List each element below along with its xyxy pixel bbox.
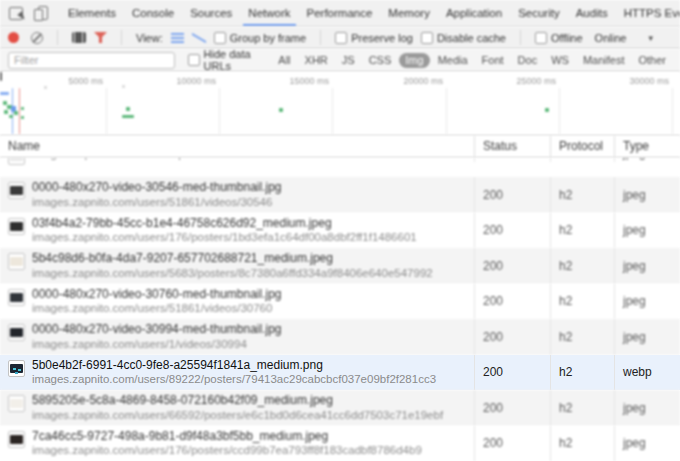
- inspect-element-icon[interactable]: [9, 7, 23, 20]
- resource-type-filter[interactable]: Manifest: [577, 53, 631, 68]
- column-header-type[interactable]: Type: [614, 136, 680, 158]
- divider: [320, 30, 321, 45]
- panel-tab-label: HTTPS Everywhere: [624, 7, 680, 19]
- timeline-gridline: [446, 88, 447, 134]
- panel-tab[interactable]: Sources: [182, 0, 240, 26]
- resource-type-filter[interactable]: CSS: [363, 53, 398, 68]
- resource-type-filter[interactable]: All: [272, 53, 296, 68]
- file-thumbnail: [8, 395, 25, 412]
- checkbox-icon[interactable]: [335, 32, 347, 44]
- throttling-select[interactable]: Online: [595, 32, 627, 44]
- table-row[interactable]: 7ca46cc5-9727-498a-9b81-d9f48a3bf5bb_med…: [0, 426, 680, 461]
- resource-type-filter[interactable]: Font: [476, 53, 510, 68]
- checkbox-icon[interactable]: [188, 54, 200, 66]
- table-row[interactable]: images.zapnito.com/users/1/posters/39ebe…: [0, 158, 680, 177]
- waterfall-overview-icon[interactable]: [192, 33, 206, 43]
- panel-tab-label: Audits: [576, 7, 608, 19]
- disable-cache-label: Disable cache: [437, 32, 506, 44]
- panel-tab[interactable]: HTTPS Everywhere: [616, 0, 680, 26]
- preserve-log-checkbox[interactable]: Preserve log: [335, 32, 413, 44]
- column-header-status[interactable]: Status: [474, 136, 550, 158]
- resource-type-filter-label: Manifest: [583, 54, 625, 66]
- resource-type-filter[interactable]: Img: [399, 53, 429, 68]
- filter-input[interactable]: [8, 52, 175, 69]
- request-name-cell[interactable]: 0000-480x270-video-30760-med-thumbnail.j…: [0, 284, 474, 320]
- file-thumbnail: [8, 253, 25, 270]
- hide-data-urls-checkbox[interactable]: Hide data URLs: [188, 48, 266, 72]
- timeline-tick-label: 5000 ms: [68, 76, 103, 86]
- request-name-cell[interactable]: 5895205e-5c8a-4869-8458-072160b42f09_med…: [0, 390, 474, 426]
- request-status: 200: [474, 158, 550, 162]
- request-name-cell[interactable]: 0000-480x270-video-30546-med-thumbnail.j…: [0, 177, 474, 213]
- request-status: 200: [474, 177, 550, 213]
- table-row[interactable]: 5b0e4b2f-6991-4cc0-9fe8-a25594f1841a_med…: [0, 355, 680, 391]
- offline-checkbox[interactable]: Offline: [535, 32, 583, 44]
- timeline-request-mark: [279, 108, 283, 112]
- request-name-cell[interactable]: images.zapnito.com/users/1/posters/39ebe…: [0, 158, 474, 162]
- resource-type-filter[interactable]: Media: [432, 53, 474, 68]
- table-row[interactable]: 03f4b4a2-79bb-45cc-b1e4-46758c626d92_med…: [0, 213, 680, 249]
- filter-funnel-icon[interactable]: [94, 32, 107, 43]
- record-icon[interactable]: [8, 32, 19, 43]
- request-status: 200: [474, 390, 550, 426]
- checkbox-icon[interactable]: [535, 32, 547, 44]
- request-name-cell[interactable]: 5b4c98d6-b0fa-4da7-9207-657702688721_med…: [0, 248, 474, 284]
- group-by-frame-checkbox[interactable]: Group by frame: [214, 32, 306, 44]
- timeline-request-mark: [19, 88, 20, 134]
- table-row[interactable]: 0000-480x270-video-30760-med-thumbnail.j…: [0, 284, 680, 320]
- table-row[interactable]: 5b4c98d6-b0fa-4da7-9207-657702688721_med…: [0, 248, 680, 284]
- resource-type-filter-label: Media: [438, 54, 468, 66]
- column-header-protocol[interactable]: Protocol: [550, 136, 614, 158]
- chevron-down-icon[interactable]: ▾: [648, 33, 653, 43]
- panel-tab[interactable]: Audits: [568, 0, 616, 26]
- panel-tab[interactable]: Memory: [380, 0, 438, 26]
- request-url: images.zapnito.com/users/66592/posters/e…: [32, 409, 474, 422]
- request-url: images.zapnito.com/users/89222/posters/7…: [32, 373, 474, 386]
- request-status: 200: [474, 426, 550, 461]
- table-row[interactable]: 0000-480x270-video-30994-med-thumbnail.j…: [0, 319, 680, 355]
- devtools-network-panel: Elements Console Sources Network Perform…: [0, 0, 680, 461]
- network-toolbar: View: Group by frame Preserve log Disabl…: [0, 27, 680, 49]
- request-name-cell[interactable]: 0000-480x270-video-30994-med-thumbnail.j…: [0, 319, 474, 355]
- timeline-request-mark: [0, 72, 2, 81]
- resource-type-filter-label: XHR: [305, 54, 328, 66]
- large-request-rows-icon[interactable]: [171, 33, 184, 43]
- request-name-cell[interactable]: 03f4b4a2-79bb-45cc-b1e4-46758c626d92_med…: [0, 213, 474, 249]
- resource-type-filter[interactable]: Other: [632, 53, 672, 68]
- resource-type-filters: All XHR JS CSS Img Media: [272, 53, 672, 68]
- resource-type-filter[interactable]: JS: [336, 53, 361, 68]
- clear-icon[interactable]: [31, 32, 43, 44]
- panel-tab[interactable]: Console: [124, 0, 182, 26]
- request-name-cell[interactable]: 5b0e4b2f-6991-4cc0-9fe8-a25594f1841a_med…: [0, 355, 474, 391]
- panel-tab[interactable]: Performance: [299, 0, 381, 26]
- resource-type-filter[interactable]: Doc: [512, 53, 544, 68]
- device-toolbar-icon[interactable]: [38, 6, 48, 20]
- checkbox-icon[interactable]: [421, 32, 433, 44]
- column-header-name[interactable]: Name: [0, 136, 474, 158]
- panel-tab[interactable]: Security: [510, 0, 568, 26]
- request-type: jpeg: [614, 319, 680, 355]
- resource-type-filter-label: WS: [551, 54, 569, 66]
- resource-type-filter[interactable]: WS: [545, 53, 575, 68]
- panel-tab[interactable]: Network: [240, 0, 298, 26]
- resource-type-filter-label: Other: [638, 54, 666, 66]
- request-name-cell[interactable]: 7ca46cc5-9727-498a-9b81-d9f48a3bf5bb_med…: [0, 426, 474, 461]
- request-file-name: 03f4b4a2-79bb-45cc-b1e4-46758c626d92_med…: [32, 217, 474, 231]
- timeline-overview[interactable]: 5000 ms 10000 ms 15000 ms 20000 ms: [0, 72, 680, 136]
- request-file-name: 0000-480x270-video-30760-med-thumbnail.j…: [32, 288, 474, 302]
- table-row[interactable]: 0000-480x270-video-30546-med-thumbnail.j…: [0, 177, 680, 213]
- request-type: jpeg: [614, 284, 680, 320]
- resource-type-filter[interactable]: XHR: [299, 53, 334, 68]
- checkbox-icon[interactable]: [214, 32, 226, 44]
- request-file-name: 7ca46cc5-9727-498a-9b81-d9f48a3bf5bb_med…: [32, 430, 474, 444]
- table-row[interactable]: 5895205e-5c8a-4869-8458-072160b42f09_med…: [0, 390, 680, 426]
- disable-cache-checkbox[interactable]: Disable cache: [421, 32, 506, 44]
- capture-screenshots-icon[interactable]: [72, 32, 86, 43]
- panel-tab[interactable]: Elements: [60, 0, 124, 26]
- request-url: images.zapnito.com/users/1/videos/30994: [32, 338, 474, 351]
- panel-tab[interactable]: Application: [438, 0, 510, 26]
- request-type: webp: [614, 355, 680, 391]
- timeline-request-mark: [21, 107, 24, 110]
- request-protocol: h2: [550, 248, 614, 284]
- request-protocol: h2: [550, 355, 614, 391]
